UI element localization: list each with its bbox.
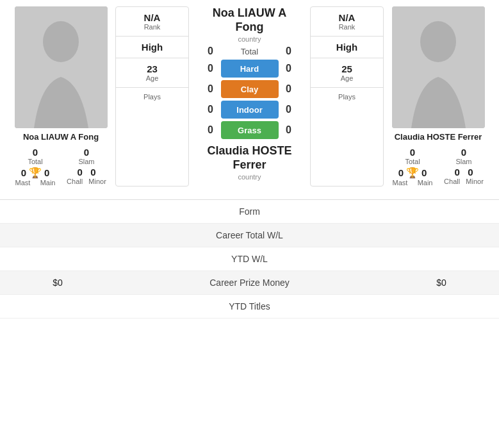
total-label: Total (221, 47, 279, 56)
player1-total-label: Total (28, 158, 42, 165)
player1-rank-value: N/A (144, 12, 161, 23)
player1-age-value: 23 (147, 63, 158, 74)
player2-slam-label: Slam (455, 158, 471, 165)
player1-total-cell: 0 Total (13, 147, 58, 165)
form-label: Form (10, 206, 489, 217)
player1-mid-stats: N/A Rank High 23 Age Plays (115, 6, 189, 187)
trophy-icon-left: 🏆 (29, 167, 42, 179)
indoor-score-right: 0 (282, 104, 295, 115)
player1-name-center: Noa LIAUW A Fong (213, 6, 286, 34)
player2-total-cell: 0 Total (390, 147, 435, 165)
player1-age-label: Age (146, 74, 159, 82)
player2-plays-value: Plays (338, 93, 356, 101)
player2-chall-value: 0 0 (454, 167, 473, 178)
career-prize-left: $0 (10, 278, 106, 288)
player1-mast-value: 0 🏆 0 (21, 167, 50, 179)
player1-chall-cell: 0 0 Chall Minor (64, 167, 109, 187)
player1-level-value: High (142, 42, 163, 53)
career-prize-right: $0 (393, 278, 489, 288)
player1-name-center-block: Noa LIAUW A Fong country (213, 6, 286, 43)
total-score-right: 0 (282, 46, 295, 57)
grass-badge: Grass (221, 121, 279, 139)
bottom-section: Form Career Total W/L YTD W/L $0 Career … (0, 199, 499, 319)
player2-plays-block: Plays (311, 88, 383, 106)
total-score-left: 0 (204, 46, 217, 57)
player2-total-value: 0 (410, 147, 415, 158)
player1-slam-value: 0 (84, 147, 89, 158)
form-row: Form (0, 200, 499, 224)
player2-age-value: 25 (341, 63, 352, 74)
player2-level-value: High (336, 42, 357, 53)
main-container: Noa LIAUW A Fong 0 Total 0 Slam 0 🏆 0 (0, 0, 499, 319)
player2-name: Claudia HOSTE Ferrer (395, 132, 482, 142)
player1-avatar (15, 6, 108, 128)
player2-age-block: 25 Age (311, 58, 383, 88)
indoor-score-row: 0 Indoor 0 (192, 101, 307, 119)
player2-rank-block: N/A Rank (311, 7, 383, 37)
surface-score-rows: 0 Hard 0 0 Clay 0 0 Indoor 0 0 Grass (192, 60, 307, 139)
hard-badge: Hard (221, 60, 279, 78)
hard-score-row: 0 Hard 0 (192, 60, 307, 78)
player1-level-block: High (116, 37, 188, 58)
player1-chall-value: 0 0 (77, 167, 95, 178)
career-wl-label: Career Total W/L (106, 230, 393, 240)
player2-chall-cell: 0 0 Chall Minor (441, 167, 486, 187)
ytd-titles-row: YTD Titles (0, 295, 499, 319)
ytd-wl-row: YTD W/L (0, 247, 499, 271)
player1-rank-block: N/A Rank (116, 7, 188, 37)
total-score-row: 0 Total 0 (204, 46, 295, 57)
player2-mast-cell: 0 🏆 0 Mast Main (390, 167, 435, 187)
player1-plays-block: Plays (116, 88, 188, 106)
hard-score-right: 0 (282, 63, 295, 74)
player1-age-block: 23 Age (116, 58, 188, 88)
career-prize-label: Career Prize Money (106, 278, 393, 288)
clay-score-row: 0 Clay 0 (192, 80, 307, 98)
clay-score-left: 0 (204, 83, 217, 95)
player1-mast-label: Mast Main (15, 179, 56, 187)
player2-level-block: High (311, 37, 383, 58)
player1-stats-grid: 0 Total 0 Slam 0 🏆 0 Mast Main (6, 147, 115, 187)
player2-age-label: Age (341, 74, 354, 82)
ytd-wl-label: YTD W/L (10, 254, 489, 264)
player1-plays-value: Plays (143, 93, 161, 101)
player1-rank-label: Rank (144, 23, 161, 31)
player1-card: Noa LIAUW A Fong 0 Total 0 Slam 0 🏆 0 (6, 6, 115, 187)
player2-name-center-block: Claudia HOSTE Ferrer country (207, 144, 291, 181)
player2-chall-label: Chall Minor (444, 178, 484, 185)
player2-name-center: Claudia HOSTE Ferrer (207, 144, 291, 172)
clay-score-right: 0 (282, 83, 295, 95)
player2-rank-value: N/A (339, 12, 356, 23)
player1-slam-cell: 0 Slam (64, 147, 109, 165)
grass-score-right: 0 (282, 124, 295, 136)
career-prize-row: $0 Career Prize Money $0 (0, 271, 499, 295)
trophy-icon-right: 🏆 (406, 167, 419, 179)
player1-country: country (238, 35, 261, 43)
ytd-titles-label: YTD Titles (10, 301, 489, 311)
player2-country: country (238, 173, 261, 181)
svg-point-1 (43, 21, 79, 62)
player2-slam-cell: 0 Slam (441, 147, 486, 165)
player1-slam-label: Slam (78, 158, 94, 165)
player2-mid-stats: N/A Rank High 25 Age Plays (310, 6, 384, 187)
comparison-section: Noa LIAUW A Fong 0 Total 0 Slam 0 🏆 0 (0, 0, 499, 193)
player2-rank-label: Rank (339, 23, 356, 31)
indoor-score-left: 0 (204, 104, 217, 115)
indoor-badge: Indoor (221, 101, 279, 119)
grass-score-row: 0 Grass 0 (192, 121, 307, 139)
center-scoreboard: Noa LIAUW A Fong country 0 Total 0 0 Har… (189, 6, 310, 187)
player1-chall-label: Chall Minor (67, 178, 106, 185)
grass-score-left: 0 (204, 124, 217, 136)
player2-slam-value: 0 (461, 147, 466, 158)
player2-mast-label: Mast Main (393, 179, 433, 187)
player2-total-label: Total (405, 158, 420, 165)
player1-mast-cell: 0 🏆 0 Mast Main (13, 167, 58, 187)
player1-total-value: 0 (33, 147, 38, 158)
svg-point-3 (420, 21, 456, 62)
clay-badge: Clay (221, 80, 279, 98)
player1-name: Noa LIAUW A Fong (23, 132, 99, 142)
player2-avatar (392, 6, 485, 128)
player2-mast-value: 0 🏆 0 (398, 167, 427, 179)
career-wl-row: Career Total W/L (0, 224, 499, 247)
hard-score-left: 0 (204, 63, 217, 74)
player2-card: Claudia HOSTE Ferrer 0 Total 0 Slam 0 🏆 … (384, 6, 493, 187)
